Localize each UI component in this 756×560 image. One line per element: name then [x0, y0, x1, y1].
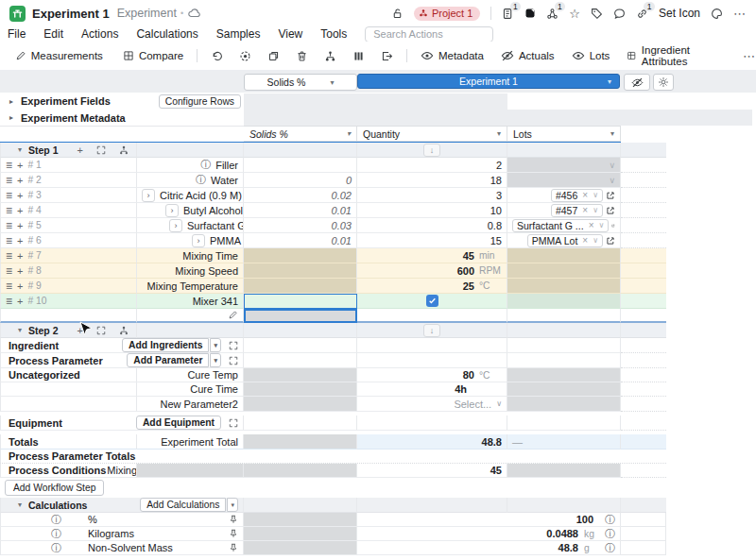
menu-calculations[interactable]: Calculations — [136, 27, 198, 41]
chevron-right-icon[interactable]: ▸ — [9, 113, 13, 122]
parameter-name-cell[interactable]: Cure Time — [137, 382, 244, 397]
lot-dropdown-icon[interactable]: ∨ — [593, 191, 598, 199]
project-badge[interactable]: Project 1 — [414, 7, 480, 21]
settings-button[interactable] — [653, 74, 674, 91]
column-header-lots[interactable]: Lots▾ — [507, 126, 621, 142]
add-calculations-dropdown[interactable]: ▾ — [227, 498, 238, 512]
menu-edit[interactable]: Edit — [43, 27, 63, 41]
info-icon[interactable]: ⓘ — [51, 527, 61, 541]
quantity-cell[interactable]: 25°C — [357, 279, 507, 294]
measurements-button[interactable]: Measurements — [15, 50, 103, 61]
row-handle[interactable]: ≡+# 4 — [0, 203, 137, 218]
info-icon[interactable]: ⓘ — [51, 513, 61, 527]
comment-icon[interactable] — [613, 8, 626, 20]
info-icon[interactable]: ⓘ — [605, 541, 615, 555]
step2-title-cell[interactable]: ▾ Step 2 + — [0, 323, 137, 338]
step1-title-cell[interactable]: ▾ Step 1 + — [0, 143, 137, 158]
quantity-select-cell[interactable]: Select...∨ — [357, 397, 507, 412]
open-lot-icon[interactable] — [606, 236, 615, 246]
remove-lot-icon[interactable]: × — [582, 235, 588, 246]
ingredient-name-cell[interactable]: ›Surfactant G — [137, 218, 244, 233]
info-icon[interactable]: ⓘ — [605, 513, 615, 527]
columns-button[interactable] — [352, 50, 365, 62]
expand-row-icon[interactable]: › — [169, 219, 182, 232]
parameter-name-cell[interactable]: Mixing Temperature — [137, 279, 244, 294]
menu-actions[interactable]: Actions — [81, 27, 118, 41]
quantity-cell[interactable] — [357, 309, 507, 323]
new-row-name-cell[interactable] — [137, 309, 244, 323]
tag-icon[interactable] — [591, 8, 603, 20]
search-input[interactable]: Search Actions — [365, 26, 493, 42]
register-button[interactable] — [239, 50, 251, 62]
toolbar-more-icon[interactable]: ⋯ — [743, 49, 756, 63]
hierarchy-button[interactable] — [324, 50, 336, 62]
quantity-cell[interactable] — [357, 294, 507, 309]
pencil-icon[interactable] — [228, 310, 238, 320]
menu-file[interactable]: File — [8, 27, 26, 41]
ingredient-name-cell[interactable]: ⓘWater — [137, 173, 244, 188]
lot-dropdown-icon[interactable]: ∨ — [593, 206, 598, 214]
lot-cell[interactable]: #457×∨ — [507, 203, 621, 218]
quantity-cell[interactable]: 2 — [357, 158, 507, 173]
quantity-cell[interactable]: 0.8 — [357, 218, 507, 233]
row-handle[interactable]: ≡+# 1 — [0, 158, 137, 173]
lot-cell[interactable] — [507, 309, 621, 323]
column-header-quantity[interactable]: Quantity▾ — [357, 126, 507, 142]
experiment-fields-row[interactable]: ▸ Experiment Fields Configure Rows — [0, 93, 244, 110]
sort-descending-icon[interactable]: ↓ — [423, 324, 440, 337]
actuals-toggle[interactable]: Actuals — [501, 49, 555, 62]
chevron-right-icon[interactable]: ▸ — [9, 97, 13, 106]
menu-tools[interactable]: Tools — [320, 27, 347, 41]
expand-row-icon[interactable]: › — [142, 189, 155, 202]
solids-cell[interactable]: 0.03 — [244, 218, 357, 233]
solids-cell[interactable]: 0.01 — [244, 203, 357, 218]
ingredient-name-cell[interactable]: ⓘFiller — [137, 158, 244, 173]
sample-tree-icon[interactable] — [119, 145, 129, 155]
solids-cell[interactable]: 0 — [244, 173, 357, 188]
quantity-cell[interactable]: 10 — [357, 203, 507, 218]
ingredient-name-cell[interactable]: ›PMMA — [137, 233, 244, 248]
info-icon[interactable]: ⓘ — [200, 158, 211, 172]
row-handle[interactable]: ≡+# 8 — [0, 263, 137, 279]
undo-button[interactable] — [211, 50, 223, 62]
open-lot-icon[interactable] — [606, 191, 615, 200]
pin-icon[interactable] — [229, 529, 238, 538]
lot-cell[interactable]: PMMA Lot×∨ — [507, 233, 621, 248]
remove-lot-icon[interactable]: × — [582, 205, 588, 215]
notes-icon[interactable]: 1 — [502, 8, 514, 20]
quantity-cell[interactable]: 4h — [357, 382, 507, 397]
open-lot-icon[interactable] — [606, 206, 615, 215]
row-handle[interactable]: ≡+# 5 — [0, 218, 137, 233]
app-logo-icon[interactable] — [9, 6, 26, 22]
sort-descending-icon[interactable]: ↓ — [423, 144, 440, 157]
unlock-icon[interactable] — [391, 8, 404, 20]
more-icon[interactable]: ⋯ — [733, 7, 747, 21]
collapse-icon[interactable]: ▾ — [18, 145, 22, 154]
column-header-solids[interactable]: Solids %▾ — [244, 126, 357, 142]
open-lot-icon[interactable] — [611, 221, 615, 230]
quantity-cell[interactable]: 600RPM — [357, 263, 507, 279]
row-mode-dropdown[interactable]: Solids %▾ — [244, 74, 357, 91]
set-icon-button[interactable]: Set Icon — [659, 7, 700, 20]
expand-icon[interactable] — [229, 356, 238, 365]
add-workflow-step-button[interactable]: Add Workflow Step — [5, 480, 104, 496]
lot-cell[interactable]: Surfactant G ...×∨ — [507, 218, 621, 233]
expand-icon[interactable] — [229, 418, 238, 428]
solids-cell[interactable]: 0.02 — [244, 188, 357, 203]
row-handle[interactable]: ≡+# 10 — [0, 294, 137, 309]
palette-icon[interactable] — [711, 8, 723, 20]
ingredient-name-cell[interactable]: ›Butyl Alcohol — [137, 203, 244, 218]
menu-view[interactable]: View — [278, 27, 302, 41]
lot-cell[interactable]: #456×∨ — [507, 188, 621, 203]
solids-cell[interactable]: 0.01 — [244, 233, 357, 248]
add-calculations-button[interactable]: Add Calculations — [140, 498, 226, 512]
export-button[interactable] — [381, 50, 393, 62]
add-row-icon[interactable]: + — [77, 144, 83, 156]
equipment-name-cell[interactable]: Mixer 341 — [137, 294, 244, 309]
copy-button[interactable] — [267, 50, 280, 62]
parameter-name-cell[interactable]: New Parameter2 — [137, 397, 244, 412]
remove-lot-icon[interactable]: × — [582, 190, 588, 200]
info-icon[interactable]: ⓘ — [605, 527, 615, 541]
expand-icon[interactable] — [96, 326, 106, 335]
checkbox-checked[interactable] — [426, 295, 438, 307]
